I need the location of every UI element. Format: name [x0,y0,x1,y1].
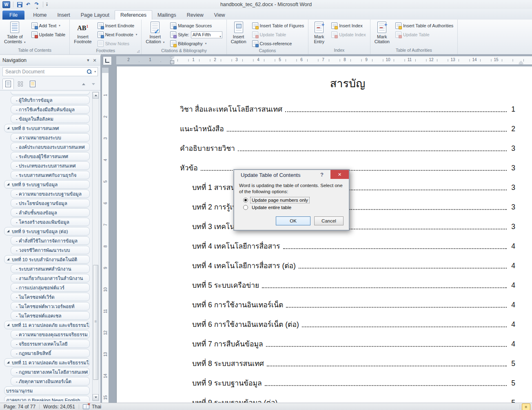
nav-item[interactable]: บทที่ 9 ระบบฐานข้อมูล [4,180,90,189]
nav-item[interactable]: - กฎหมายทางเทคโนโลยีสารสนเทศ [11,368,90,376]
search-options-icon[interactable]: ▾ [94,70,96,73]
tab-browse-headings[interactable] [2,79,14,89]
ok-button[interactable]: OK [276,216,310,225]
tab-mailings[interactable]: Mailings [152,11,182,20]
expand-triangle-icon[interactable] [7,183,9,185]
nav-item[interactable]: - ผู้ให้บริการข้อมูล [11,96,90,104]
nav-item[interactable]: - องค์ประกอบของระบบสารสนเทศ [11,143,90,151]
cross-reference-button[interactable]: Cross-reference [250,39,306,48]
previous-heading-icon[interactable] [79,80,88,88]
insert-footnote-button[interactable]: AB1InsertFootnote [72,21,93,44]
scroll-down-icon[interactable] [93,394,99,401]
tab-browse-results[interactable] [27,79,38,89]
nav-item[interactable]: - การใช้เครื่องมือสืบค้นข้อมูล [11,105,90,114]
vertical-ruler[interactable]: 123456789101112131415 [102,68,109,403]
proofing-status[interactable]: Thai [79,403,105,410]
radio-selected-icon[interactable] [243,198,248,203]
style-button[interactable]: Style:APA Fifth▾ [168,30,224,39]
update-table-button[interactable]: Update Table [30,30,67,39]
nav-item[interactable]: บรรณานุกรม [4,386,90,395]
tab-file[interactable]: File [2,11,24,20]
nav-item[interactable]: - คำสั่งที่ใช้ในการจัดการข้อมูล [11,236,90,245]
tab-references[interactable]: References [115,10,152,20]
table-of-contents-button[interactable]: Table ofContents ▾ [2,21,27,45]
option-label[interactable]: Update page numbers only [250,197,309,203]
tab-view[interactable]: View [209,11,231,20]
nav-item[interactable]: - ระดับของผู้ใช้สารสนเทศ [11,152,90,161]
page-indicator[interactable]: Page: 74 of 77 [0,403,39,410]
radio-icon[interactable] [243,205,248,210]
insert-index-button[interactable]: Insert Index [330,21,367,30]
nav-item[interactable]: บทที่ 11 ความปลอดภัย และจริยธรรมใ... [4,358,90,367]
nav-item[interactable]: - ความหมายของคุณธรรมจริยธรรม [11,330,90,339]
horizontal-ruler[interactable]: 2·1·123456789101112131415 [116,56,532,64]
tab-review[interactable]: Review [182,11,209,20]
next-footnote-button[interactable]: Next Footnote▾ [96,30,139,39]
nav-item-partial[interactable] [11,92,90,95]
insert-caption-button[interactable]: InsertCaption [229,21,248,44]
insert-citation-button[interactable]: ✓InsertCitation ▾ [144,21,166,45]
toc-row[interactable]: วิชา สื่อและเทคโนโลยีสารสนเทศ 1 [180,104,515,114]
insert-endnote-button[interactable]: Insert Endnote [96,21,139,30]
search-input[interactable] [3,69,87,75]
toc-row[interactable]: บทที่ 7 การสืบค้นข้อมูล4 [180,339,515,349]
option-label[interactable]: Update entire table [250,205,293,210]
nav-item[interactable]: - ประโยชน์ของฐานข้อมูล [11,199,90,207]
indent-marker[interactable] [170,57,174,64]
nav-item[interactable]: - ประเภทของระบบสารสนเทศ [11,161,90,170]
toc-row[interactable]: บทที่ 9 ระบบฐานข้อมูล5 [180,378,515,388]
tab-home[interactable]: Home [28,11,52,20]
option-update-entire-table[interactable]: Update entire table [243,205,349,210]
nav-item[interactable]: ภาคผนวก ก Breaking News English [4,396,90,401]
status-tray-icon[interactable]: ≡ [522,403,530,410]
expand-triangle-icon[interactable] [7,258,9,260]
tab-insert[interactable]: Insert [52,11,75,20]
nav-item[interactable]: - ไมโครซอฟต์พาวเวอร์พอยท์ [11,302,90,311]
nav-item[interactable]: บทที่ 9 ระบบฐานข้อมูล (ต่อ) [4,227,90,236]
document-page[interactable]: สารบัญ วิชา สื่อและเทคโนโลยีสารสนเทศ 1แน… [116,66,532,403]
nav-item[interactable]: - งานเกี่ยวกับเอกสารในสำนักงาน [11,274,90,282]
search-icon[interactable] [87,69,92,74]
close-icon[interactable]: ✕ [330,170,349,179]
expand-triangle-icon[interactable] [7,127,9,129]
insert-table-of-figures-button[interactable]: Insert Table of Figures [250,21,306,30]
navigation-pane-close-icon[interactable]: ✕ [91,57,98,64]
toc-row[interactable]: คำอธิบายรายวิชา3 [180,143,515,153]
navigation-pane-menu-icon[interactable]: ▼ [85,57,91,64]
nav-item[interactable]: - ไมโครซอฟต์แอคเซล [11,311,90,320]
nav-item[interactable]: บทที่ 10 ระบบสำนักงานอัตโนมัติ [4,255,90,264]
toc-row[interactable]: บทที่ 4 เทคโนโลยีการสื่อสาร (ต่อ)4 [180,261,515,271]
toc-row[interactable]: บทที่ 6 การใช้งานอินเทอร์เน็ต (ต่อ)4 [180,320,515,329]
tab-browse-pages[interactable] [15,79,26,89]
toc-row[interactable]: บทที่ 9 ระบบฐานข้อมูล (ต่อ)5 [180,398,515,403]
navigation-scrollbar[interactable] [92,92,99,401]
right-indent-marker[interactable] [519,61,523,64]
tab-selector[interactable] [103,56,112,65]
mark-entry-button[interactable]: −+MarkEntry [311,21,327,44]
toc-row[interactable]: บทที่ 8 ระบบสารสนเทศ5 [180,359,515,368]
expand-triangle-icon[interactable] [7,361,9,364]
nav-item[interactable]: - ภัยคุกคามทางอินเทอร์เน็ต [11,377,90,386]
word-count[interactable]: Words: 24,051 [40,403,79,410]
nav-item[interactable]: - ความหมายของระบบฐานข้อมูล [11,190,90,198]
nav-item[interactable]: - ระบบสารสนเทศสำนักงาน [11,265,90,273]
scroll-up-icon[interactable] [93,92,99,99]
manage-sources-button[interactable]: Manage Sources [168,21,224,30]
toc-row[interactable]: บทที่ 6 การใช้งานอินเทอร์เน็ต 4 [180,300,515,310]
nav-item[interactable]: - ไมโครซอฟต์เวิร์ด [11,293,90,301]
tab-page-layout[interactable]: Page Layout [75,11,115,20]
help-icon[interactable]: ? [319,172,325,178]
nav-item[interactable]: - การแบ่งกลุ่มซอฟต์แวร์ [11,283,90,292]
nav-item[interactable]: - ลำดับชั้นของข้อมูล [11,208,90,217]
nav-item[interactable]: - โครงสร้างของแฟ้มข้อมูล [11,218,90,226]
option-update-page-numbers[interactable]: Update page numbers only [243,197,349,203]
nav-item[interactable]: - ความหมายของระบบ [11,133,90,142]
nav-item[interactable]: - กฎหมายลิขสิทธิ์ [11,349,90,357]
toc-row[interactable]: แนะนำหนังสือ 2 [180,124,515,134]
nav-item[interactable]: - ข้อมูลในสื่อสังคม [11,115,90,123]
expand-triangle-icon[interactable] [7,230,9,232]
cancel-button[interactable]: Cancel [314,216,344,225]
nav-item[interactable]: - จริยธรรมทางเทคโนโลยี [11,339,90,348]
style-combo[interactable]: APA Fifth▾ [191,31,222,38]
nav-item[interactable]: บทที่ 11 ความปลอดภัย และจริยธรรมใ... [4,321,90,329]
